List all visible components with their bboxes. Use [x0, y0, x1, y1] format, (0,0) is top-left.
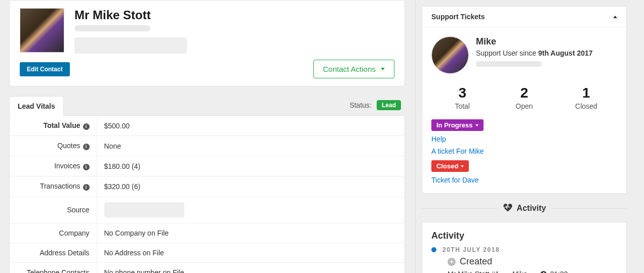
- table-row: Total Valuei $500.00: [10, 116, 405, 136]
- activity-title: Activity: [431, 231, 617, 241]
- total-value-label: Total Value: [44, 121, 80, 129]
- transactions-label: Transactions: [40, 182, 80, 190]
- activity-card: Activity 20TH JULY 2018 + Created Mr Mik…: [422, 222, 627, 273]
- invoices-label: Invoices: [54, 162, 80, 170]
- timeline-dot-icon: [431, 247, 436, 252]
- caret-down-icon: [461, 165, 464, 167]
- redacted-field: [74, 37, 187, 54]
- ticket-link-dave[interactable]: Ticket for Dave: [431, 176, 617, 184]
- info-icon[interactable]: i: [83, 144, 90, 150]
- ticket-link-help[interactable]: Help: [431, 135, 617, 143]
- support-tickets-card: Support Tickets Mike Support User since …: [422, 6, 627, 194]
- telephone-value: No phone number on File: [97, 263, 405, 274]
- ticket-link-mike[interactable]: A ticket For Mike: [431, 147, 617, 155]
- redacted-support-sub: [476, 61, 542, 67]
- table-row: Invoicesi $180.00 (4): [10, 156, 405, 176]
- table-row: Address Details No Address on File: [10, 243, 405, 263]
- quotes-label: Quotes: [57, 142, 80, 150]
- edit-contact-button[interactable]: Edit Contact: [20, 62, 70, 76]
- company-value: No Company on File: [97, 223, 405, 243]
- lead-vitals-card: Total Valuei $500.00 Quotesi None Invoic…: [9, 115, 405, 273]
- invoices-value: $180.00 (4): [97, 156, 405, 176]
- info-icon[interactable]: i: [83, 164, 90, 170]
- table-row: Telephone Contacts No phone number on Fi…: [10, 263, 405, 274]
- status-label: Status:: [349, 101, 372, 109]
- stat-open: 2 Open: [493, 85, 555, 110]
- table-row: Transactionsi $320.00 (6): [10, 176, 405, 197]
- activity-event: Created: [460, 256, 492, 267]
- tab-lead-vitals[interactable]: Lead Vitals: [9, 96, 64, 116]
- support-header[interactable]: Support Tickets: [422, 7, 626, 27]
- support-header-title: Support Tickets: [431, 13, 485, 21]
- info-icon[interactable]: i: [83, 184, 90, 191]
- closed-badge[interactable]: Closed: [431, 160, 469, 172]
- contact-header-card: Mr Mike Stott Edit Contact Contact Actio…: [9, 0, 405, 86]
- heartbeat-icon: [503, 203, 513, 214]
- caret-down-icon: [381, 68, 385, 70]
- support-user-avatar: [431, 36, 469, 74]
- table-row: Source: [10, 197, 405, 223]
- address-value: No Address on File: [97, 243, 405, 263]
- timeline-date: 20TH JULY 2018: [442, 246, 500, 253]
- status-badge: Lead: [377, 100, 401, 110]
- source-label: Source: [67, 206, 89, 214]
- total-value: $500.00: [97, 116, 405, 136]
- stat-closed: 1 Closed: [555, 85, 617, 110]
- table-row: Company No Company on File: [10, 223, 405, 243]
- stat-total: 3 Total: [431, 85, 493, 110]
- support-since: Support User since 9th August 2017: [476, 49, 593, 57]
- company-label: Company: [59, 229, 90, 237]
- contact-avatar: [20, 8, 64, 53]
- transactions-value: $320.00 (6): [97, 176, 405, 197]
- address-label: Address Details: [39, 249, 89, 257]
- activity-subline: Mr Mike Stott #1 — Mike — 21:32: [448, 270, 617, 273]
- info-icon[interactable]: i: [83, 123, 90, 130]
- redacted-subtitle: [74, 25, 150, 31]
- plus-circle-icon: +: [448, 258, 456, 266]
- contact-actions-label: Contact Actions: [323, 65, 376, 73]
- clock-icon: [540, 271, 547, 274]
- table-row: Quotesi None: [10, 136, 405, 156]
- quotes-value: None: [97, 136, 405, 156]
- contact-actions-button[interactable]: Contact Actions: [313, 60, 394, 78]
- caret-down-icon: [475, 124, 478, 126]
- in-progress-badge[interactable]: In Progress: [431, 119, 484, 131]
- contact-name: Mr Mike Stott: [74, 8, 394, 22]
- support-user-name: Mike: [476, 36, 593, 47]
- tabs-row: Lead Vitals Status: Lead: [9, 96, 405, 115]
- telephone-label: Telephone Contacts: [27, 268, 90, 273]
- activity-divider: Activity: [422, 203, 627, 214]
- caret-up-icon: [613, 16, 617, 18]
- source-input-redacted[interactable]: [104, 202, 184, 217]
